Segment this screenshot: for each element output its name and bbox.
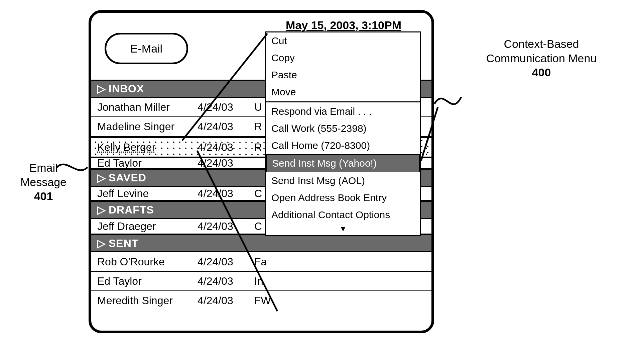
mail-date: 4/24/03: [198, 141, 254, 154]
expand-icon: ▷: [97, 170, 106, 186]
menu-more-icon[interactable]: ▾: [266, 224, 420, 235]
callout-left-line2: Message: [10, 175, 77, 189]
mail-sender: Jeff Draeger: [97, 220, 198, 233]
datetime-label: May 15, 2003, 3:10PM: [286, 19, 401, 32]
menu-item-send-im-yahoo[interactable]: Send Inst Msg (Yahoo!): [266, 154, 420, 172]
callout-context-menu: Context-Based Communication Menu 400: [458, 37, 625, 80]
folder-inbox-label: INBOX: [109, 83, 144, 95]
mail-date: 4/24/03: [198, 294, 254, 307]
menu-item-send-im-aol[interactable]: Send Inst Msg (AOL): [266, 172, 420, 189]
menu-item-call-home[interactable]: Call Home (720-8300): [266, 137, 420, 154]
mail-sender: Meredith Singer: [97, 294, 198, 307]
folder-sent-label: SENT: [109, 237, 138, 249]
callout-left-line1: Email: [10, 161, 77, 175]
device-inner: May 15, 2003, 3:10PM E-Mail ▷INBOX Jonat…: [91, 13, 431, 331]
expand-icon: ▷: [97, 81, 106, 97]
mail-date: 4/24/03: [198, 158, 254, 169]
folder-drafts-label: DRAFTS: [109, 204, 154, 216]
mail-sender: Ed Taylor: [97, 275, 198, 287]
callout-right-number: 400: [458, 65, 625, 80]
menu-separator: [266, 101, 420, 102]
context-menu: Cut Copy Paste Move Respond via Email . …: [265, 31, 421, 236]
mail-subject: Fa: [254, 256, 431, 268]
mail-row[interactable]: Rob O'Rourke 4/24/03 Fa: [91, 252, 431, 272]
menu-item-call-work[interactable]: Call Work (555-2398): [266, 120, 420, 137]
expand-icon: ▷: [97, 202, 106, 218]
callout-right-line1: Context-Based: [458, 37, 625, 51]
mail-sender: Kelly Berger: [97, 141, 198, 154]
folder-saved-label: SAVED: [109, 172, 146, 184]
mail-sender: Rob O'Rourke: [97, 256, 198, 268]
menu-item-additional-options[interactable]: Additional Contact Options: [266, 206, 420, 224]
menu-item-respond-email[interactable]: Respond via Email . . .: [266, 103, 420, 120]
callout-right-line2: Communication Menu: [458, 51, 625, 66]
menu-item-paste[interactable]: Paste: [266, 67, 420, 84]
mail-row[interactable]: Meredith Singer 4/24/03 FW: [91, 291, 431, 310]
mail-sender: Jeff Levine: [97, 187, 198, 200]
mail-date: 4/24/03: [198, 220, 254, 233]
menu-item-move[interactable]: Move: [266, 84, 420, 101]
mail-sender: Jonathan Miller: [97, 101, 198, 113]
email-tab-label: E-Mail: [130, 42, 162, 55]
device-frame: May 15, 2003, 3:10PM E-Mail ▷INBOX Jonat…: [89, 10, 434, 333]
mail-subject: In: [254, 275, 431, 287]
diagram-stage: May 15, 2003, 3:10PM E-Mail ▷INBOX Jonat…: [0, 0, 644, 346]
mail-date: 4/24/03: [198, 187, 254, 200]
mail-row[interactable]: Ed Taylor 4/24/03 In: [91, 272, 431, 291]
mail-date: 4/24/03: [198, 120, 254, 133]
mail-date: 4/24/03: [198, 101, 254, 113]
menu-item-open-address-book[interactable]: Open Address Book Entry: [266, 189, 420, 206]
menu-item-copy[interactable]: Copy: [266, 50, 420, 67]
callout-email-message: Email Message 401: [10, 161, 77, 203]
mail-date: 4/24/03: [198, 256, 254, 268]
mail-date: 4/24/03: [198, 275, 254, 287]
folder-sent[interactable]: ▷SENT: [91, 234, 431, 252]
email-tab-button[interactable]: E-Mail: [105, 33, 188, 64]
mail-sender: Madeline Singer: [97, 120, 198, 133]
callout-left-number: 401: [10, 189, 77, 203]
mail-sender: Ed Taylor: [97, 158, 198, 169]
menu-item-cut[interactable]: Cut: [266, 32, 420, 50]
mail-subject: FW: [254, 294, 431, 307]
expand-icon: ▷: [97, 235, 106, 251]
